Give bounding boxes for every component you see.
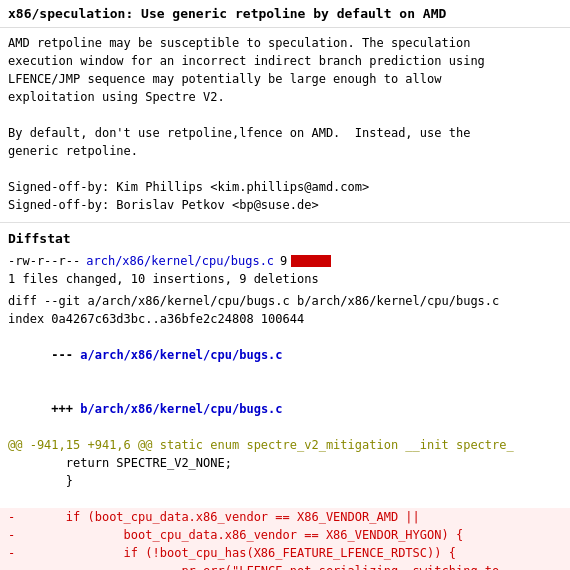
page-container: x86/speculation: Use generic retpoline b… <box>0 0 570 570</box>
diff-header-line: diff --git a/arch/x86/kernel/cpu/bugs.c … <box>0 292 570 310</box>
diff-line-context-1: return SPECTRE_V2_NONE; <box>0 454 570 472</box>
separator <box>0 222 570 223</box>
commit-body: AMD retpoline may be susceptible to spec… <box>0 28 570 220</box>
diff-line-removed-3: - if (!boot_cpu_has(X86_FEATURE_LFENCE_R… <box>0 544 570 562</box>
diff-line-removed-2: - boot_cpu_data.x86_vendor == X86_VENDOR… <box>0 526 570 544</box>
diff-line-context-2: } <box>0 472 570 490</box>
diff-index-line: index 0a4267c63d3bc..a36bfe2c24808 10064… <box>0 310 570 328</box>
diff-line-removed-1: - if (boot_cpu_data.x86_vendor == X86_VE… <box>0 508 570 526</box>
diffstat-summary: 1 files changed, 10 insertions, 9 deleti… <box>0 270 570 292</box>
diff-plus-file: +++ b/arch/x86/kernel/cpu/bugs.c <box>0 382 570 436</box>
commit-title: x86/speculation: Use generic retpoline b… <box>0 0 570 28</box>
diffstat-count: 9 <box>280 254 287 268</box>
diff-section: diff --git a/arch/x86/kernel/cpu/bugs.c … <box>0 292 570 570</box>
diffstat-file-link[interactable]: arch/x86/kernel/cpu/bugs.c <box>86 254 274 268</box>
diff-minus-file: --- a/arch/x86/kernel/cpu/bugs.c <box>0 328 570 382</box>
diff-hunk-line: @@ -941,15 +941,6 @@ static enum spectre… <box>0 436 570 454</box>
diff-line-removed-4: - pr_err("LFENCE not serializing, switch… <box>0 562 570 570</box>
diff-plus-link[interactable]: b/arch/x86/kernel/cpu/bugs.c <box>80 402 282 416</box>
diffstat-bar <box>291 255 331 267</box>
diffstat-perms: -rw-r--r-- <box>8 254 80 268</box>
diff-minus-link[interactable]: a/arch/x86/kernel/cpu/bugs.c <box>80 348 282 362</box>
diffstat-header: Diffstat <box>0 225 570 252</box>
diffstat-row: -rw-r--r-- arch/x86/kernel/cpu/bugs.c 9 <box>0 252 570 270</box>
diff-line-context-3 <box>0 490 570 508</box>
